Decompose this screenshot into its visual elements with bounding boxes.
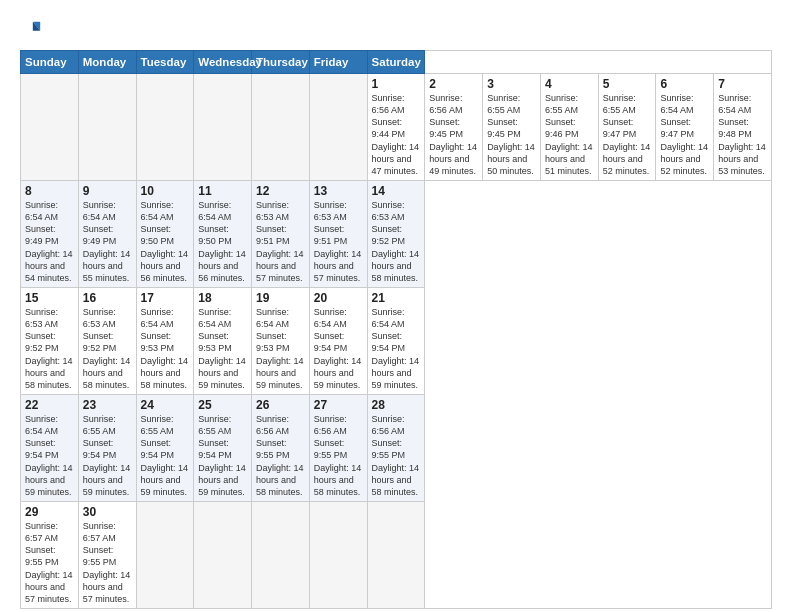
day-info: Sunrise: 6:53 AMSunset: 9:51 PMDaylight:… (314, 199, 363, 284)
day-info: Sunrise: 6:55 AMSunset: 9:54 PMDaylight:… (198, 413, 247, 498)
calendar-day-cell (194, 74, 252, 181)
calendar-day-cell (309, 501, 367, 608)
calendar-day-cell: 21 Sunrise: 6:54 AMSunset: 9:54 PMDaylig… (367, 287, 425, 394)
day-info: Sunrise: 6:56 AMSunset: 9:45 PMDaylight:… (429, 92, 478, 177)
day-number: 22 (25, 398, 74, 412)
calendar-day-cell: 17 Sunrise: 6:54 AMSunset: 9:53 PMDaylig… (136, 287, 194, 394)
calendar-day-cell: 25 Sunrise: 6:55 AMSunset: 9:54 PMDaylig… (194, 394, 252, 501)
day-number: 12 (256, 184, 305, 198)
day-number: 19 (256, 291, 305, 305)
day-number: 29 (25, 505, 74, 519)
calendar-day-cell: 8 Sunrise: 6:54 AMSunset: 9:49 PMDayligh… (21, 180, 79, 287)
calendar-day-cell (136, 501, 194, 608)
day-number: 9 (83, 184, 132, 198)
calendar-day-cell: 1 Sunrise: 6:56 AMSunset: 9:44 PMDayligh… (367, 74, 425, 181)
calendar-day-cell: 16 Sunrise: 6:53 AMSunset: 9:52 PMDaylig… (78, 287, 136, 394)
day-info: Sunrise: 6:57 AMSunset: 9:55 PMDaylight:… (25, 520, 74, 605)
calendar-week-row: 1 Sunrise: 6:56 AMSunset: 9:44 PMDayligh… (21, 74, 772, 181)
day-info: Sunrise: 6:54 AMSunset: 9:53 PMDaylight:… (198, 306, 247, 391)
header (20, 18, 772, 40)
day-number: 16 (83, 291, 132, 305)
calendar-day-cell: 20 Sunrise: 6:54 AMSunset: 9:54 PMDaylig… (309, 287, 367, 394)
day-info: Sunrise: 6:54 AMSunset: 9:47 PMDaylight:… (660, 92, 709, 177)
col-header-wednesday: Wednesday (194, 51, 252, 74)
calendar-day-cell (78, 74, 136, 181)
day-number: 6 (660, 77, 709, 91)
calendar-day-cell: 13 Sunrise: 6:53 AMSunset: 9:51 PMDaylig… (309, 180, 367, 287)
day-number: 11 (198, 184, 247, 198)
calendar-day-cell (136, 74, 194, 181)
calendar-day-cell (21, 74, 79, 181)
day-number: 2 (429, 77, 478, 91)
col-header-tuesday: Tuesday (136, 51, 194, 74)
day-info: Sunrise: 6:54 AMSunset: 9:50 PMDaylight:… (141, 199, 190, 284)
calendar-week-row: 29 Sunrise: 6:57 AMSunset: 9:55 PMDaylig… (21, 501, 772, 608)
day-number: 4 (545, 77, 594, 91)
calendar-day-cell: 3 Sunrise: 6:55 AMSunset: 9:45 PMDayligh… (483, 74, 541, 181)
col-header-thursday: Thursday (252, 51, 310, 74)
calendar-day-cell: 2 Sunrise: 6:56 AMSunset: 9:45 PMDayligh… (425, 74, 483, 181)
day-info: Sunrise: 6:55 AMSunset: 9:47 PMDaylight:… (603, 92, 652, 177)
day-number: 27 (314, 398, 363, 412)
day-info: Sunrise: 6:55 AMSunset: 9:45 PMDaylight:… (487, 92, 536, 177)
day-number: 17 (141, 291, 190, 305)
day-info: Sunrise: 6:57 AMSunset: 9:55 PMDaylight:… (83, 520, 132, 605)
logo (20, 18, 46, 40)
calendar-day-cell: 11 Sunrise: 6:54 AMSunset: 9:50 PMDaylig… (194, 180, 252, 287)
calendar-day-cell: 12 Sunrise: 6:53 AMSunset: 9:51 PMDaylig… (252, 180, 310, 287)
day-info: Sunrise: 6:54 AMSunset: 9:54 PMDaylight:… (314, 306, 363, 391)
day-info: Sunrise: 6:55 AMSunset: 9:54 PMDaylight:… (83, 413, 132, 498)
day-info: Sunrise: 6:56 AMSunset: 9:44 PMDaylight:… (372, 92, 421, 177)
day-info: Sunrise: 6:56 AMSunset: 9:55 PMDaylight:… (314, 413, 363, 498)
calendar-day-cell: 4 Sunrise: 6:55 AMSunset: 9:46 PMDayligh… (540, 74, 598, 181)
day-number: 3 (487, 77, 536, 91)
calendar-week-row: 22 Sunrise: 6:54 AMSunset: 9:54 PMDaylig… (21, 394, 772, 501)
day-info: Sunrise: 6:56 AMSunset: 9:55 PMDaylight:… (372, 413, 421, 498)
day-number: 1 (372, 77, 421, 91)
calendar-day-cell: 27 Sunrise: 6:56 AMSunset: 9:55 PMDaylig… (309, 394, 367, 501)
calendar-header-row: SundayMondayTuesdayWednesdayThursdayFrid… (21, 51, 772, 74)
day-number: 18 (198, 291, 247, 305)
col-header-sunday: Sunday (21, 51, 79, 74)
day-info: Sunrise: 6:54 AMSunset: 9:54 PMDaylight:… (372, 306, 421, 391)
day-number: 13 (314, 184, 363, 198)
calendar-day-cell: 10 Sunrise: 6:54 AMSunset: 9:50 PMDaylig… (136, 180, 194, 287)
day-number: 20 (314, 291, 363, 305)
calendar-day-cell: 28 Sunrise: 6:56 AMSunset: 9:55 PMDaylig… (367, 394, 425, 501)
day-info: Sunrise: 6:53 AMSunset: 9:52 PMDaylight:… (372, 199, 421, 284)
day-info: Sunrise: 6:54 AMSunset: 9:54 PMDaylight:… (25, 413, 74, 498)
day-number: 24 (141, 398, 190, 412)
calendar-day-cell (309, 74, 367, 181)
calendar-day-cell: 26 Sunrise: 6:56 AMSunset: 9:55 PMDaylig… (252, 394, 310, 501)
calendar-day-cell: 19 Sunrise: 6:54 AMSunset: 9:53 PMDaylig… (252, 287, 310, 394)
calendar-day-cell (252, 501, 310, 608)
calendar-table: SundayMondayTuesdayWednesdayThursdayFrid… (20, 50, 772, 609)
day-number: 26 (256, 398, 305, 412)
day-info: Sunrise: 6:54 AMSunset: 9:49 PMDaylight:… (83, 199, 132, 284)
calendar-day-cell: 14 Sunrise: 6:53 AMSunset: 9:52 PMDaylig… (367, 180, 425, 287)
day-info: Sunrise: 6:53 AMSunset: 9:52 PMDaylight:… (25, 306, 74, 391)
calendar-day-cell (252, 74, 310, 181)
day-info: Sunrise: 6:53 AMSunset: 9:51 PMDaylight:… (256, 199, 305, 284)
col-header-monday: Monday (78, 51, 136, 74)
day-info: Sunrise: 6:55 AMSunset: 9:46 PMDaylight:… (545, 92, 594, 177)
logo-icon (20, 18, 42, 40)
calendar-day-cell: 9 Sunrise: 6:54 AMSunset: 9:49 PMDayligh… (78, 180, 136, 287)
calendar-week-row: 15 Sunrise: 6:53 AMSunset: 9:52 PMDaylig… (21, 287, 772, 394)
day-number: 5 (603, 77, 652, 91)
calendar-day-cell: 29 Sunrise: 6:57 AMSunset: 9:55 PMDaylig… (21, 501, 79, 608)
day-info: Sunrise: 6:54 AMSunset: 9:53 PMDaylight:… (256, 306, 305, 391)
day-number: 10 (141, 184, 190, 198)
day-number: 25 (198, 398, 247, 412)
page: SundayMondayTuesdayWednesdayThursdayFrid… (0, 0, 792, 612)
col-header-friday: Friday (309, 51, 367, 74)
calendar-day-cell: 23 Sunrise: 6:55 AMSunset: 9:54 PMDaylig… (78, 394, 136, 501)
calendar-day-cell: 22 Sunrise: 6:54 AMSunset: 9:54 PMDaylig… (21, 394, 79, 501)
day-number: 14 (372, 184, 421, 198)
day-info: Sunrise: 6:54 AMSunset: 9:50 PMDaylight:… (198, 199, 247, 284)
day-number: 15 (25, 291, 74, 305)
calendar-day-cell: 30 Sunrise: 6:57 AMSunset: 9:55 PMDaylig… (78, 501, 136, 608)
day-number: 28 (372, 398, 421, 412)
calendar-day-cell: 7 Sunrise: 6:54 AMSunset: 9:48 PMDayligh… (714, 74, 772, 181)
calendar-day-cell: 6 Sunrise: 6:54 AMSunset: 9:47 PMDayligh… (656, 74, 714, 181)
